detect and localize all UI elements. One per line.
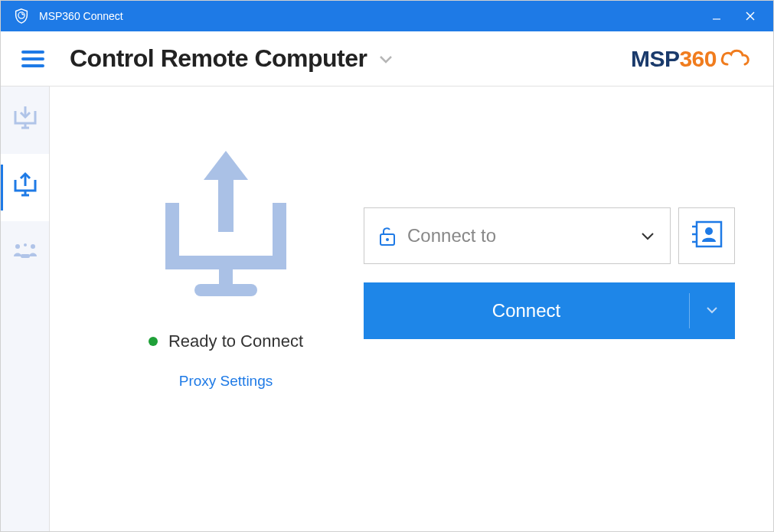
chevron-down-icon xyxy=(378,54,394,64)
page-title-dropdown[interactable]: Control Remote Computer xyxy=(70,44,394,73)
right-column: Connect xyxy=(356,117,735,502)
upload-monitor-icon xyxy=(10,171,41,204)
connect-button-label: Connect xyxy=(492,300,560,321)
connect-dropdown-toggle[interactable] xyxy=(636,227,659,245)
download-monitor-icon xyxy=(10,103,41,137)
app-title: MSP360 Connect xyxy=(39,10,123,22)
app-shield-icon xyxy=(13,8,30,24)
upload-monitor-large-icon xyxy=(153,148,299,304)
connect-to-input[interactable] xyxy=(407,225,636,246)
titlebar: MSP360 Connect xyxy=(1,1,773,31)
brand-part1: MSP xyxy=(631,46,680,72)
menu-button[interactable] xyxy=(18,44,48,74)
svg-point-13 xyxy=(15,244,20,249)
minimize-button[interactable] xyxy=(700,1,733,31)
address-book-icon xyxy=(689,219,724,253)
chevron-down-icon xyxy=(705,304,719,318)
svg-point-27 xyxy=(705,227,713,235)
sidebar-item-incoming[interactable] xyxy=(1,86,49,154)
left-column: Ready to Connect Proxy Settings xyxy=(96,117,356,502)
connect-input-row xyxy=(364,207,735,264)
brand-part2: 360 xyxy=(679,46,717,72)
header: Control Remote Computer MSP360 xyxy=(1,31,773,86)
sidebar xyxy=(1,86,50,532)
brand-logo: MSP360 xyxy=(631,46,752,72)
svg-point-15 xyxy=(24,243,27,246)
svg-rect-16 xyxy=(21,254,30,258)
status-dot-icon xyxy=(149,337,158,346)
connect-button-row: Connect xyxy=(364,282,735,339)
status-text: Ready to Connect xyxy=(168,331,303,351)
unlock-icon xyxy=(378,225,397,246)
connect-options-button[interactable] xyxy=(689,282,735,339)
sidebar-item-meetings[interactable] xyxy=(1,221,49,289)
people-handshake-icon xyxy=(10,241,41,269)
cloud-icon xyxy=(718,47,752,70)
sidebar-item-outgoing[interactable] xyxy=(1,154,49,221)
svg-point-14 xyxy=(31,244,35,249)
main-panel: Ready to Connect Proxy Settings xyxy=(50,86,773,532)
proxy-settings-link[interactable]: Proxy Settings xyxy=(179,373,273,390)
connect-button[interactable]: Connect xyxy=(364,282,689,339)
connect-input-wrapper[interactable] xyxy=(364,207,671,264)
page-title: Control Remote Computer xyxy=(70,44,367,73)
close-button[interactable] xyxy=(733,1,767,31)
contacts-button[interactable] xyxy=(678,207,735,264)
status-row: Ready to Connect xyxy=(149,331,303,351)
svg-marker-20 xyxy=(204,151,248,180)
svg-point-22 xyxy=(386,238,389,241)
